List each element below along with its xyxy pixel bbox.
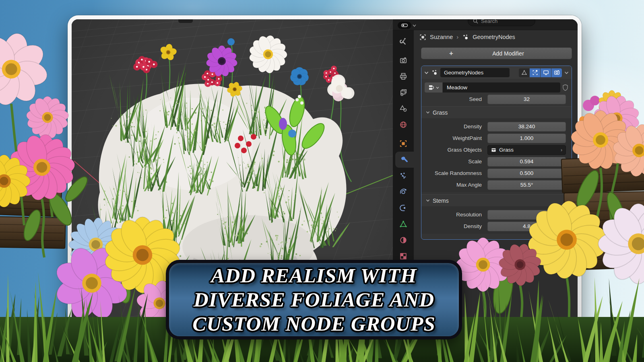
toggle-realtime-display[interactable] xyxy=(541,68,551,77)
on-cage-icon xyxy=(521,70,527,76)
grass-section-body: Density 38.240 WeightPaint 1.000 Grass O… xyxy=(421,118,572,192)
output-properties-icon xyxy=(399,72,407,80)
toggle-render-display[interactable] xyxy=(551,68,562,77)
search-icon xyxy=(473,19,478,24)
density-row: Density 38.240 xyxy=(421,121,566,132)
banner-line-3: CUSTOM NODE GROUPS xyxy=(192,312,436,336)
seed-row: Seed 32 xyxy=(421,94,566,104)
promo-image: Search xyxy=(0,0,644,362)
material-icon xyxy=(399,236,407,244)
breadcrumb-modifier[interactable]: GeometryNodes xyxy=(473,34,515,40)
seed-label: Seed xyxy=(421,96,482,102)
scale-randomness-value-slider[interactable]: 0.500 xyxy=(487,169,566,178)
tab-view-layer[interactable] xyxy=(393,84,414,101)
breadcrumb-object[interactable]: Suzanne xyxy=(430,34,453,40)
scale-value-slider[interactable]: 0.594 xyxy=(487,157,566,167)
search-placeholder: Search xyxy=(481,19,497,24)
banner-line-2: DIVERSE FOLIAGE AND xyxy=(194,288,434,312)
modifier-header[interactable]: GeometryNodes xyxy=(421,66,572,79)
modifier-extras-chevron-icon[interactable] xyxy=(564,71,569,74)
tab-object-data[interactable] xyxy=(393,216,414,232)
plus-icon: + xyxy=(449,50,453,57)
tab-constraints[interactable] xyxy=(393,200,414,216)
node-tree-icon xyxy=(428,84,435,90)
modifier-display-toggles xyxy=(519,68,562,77)
geometry-nodes-icon xyxy=(431,69,438,76)
physics-icon xyxy=(399,188,407,196)
collection-icon xyxy=(491,148,496,152)
modifier-name-field[interactable]: GeometryNodes xyxy=(440,68,510,77)
properties-header: Search xyxy=(393,19,578,30)
add-modifier-button[interactable]: + Add Modifier xyxy=(421,47,572,59)
tab-particles[interactable] xyxy=(393,168,414,184)
edit-mode-icon xyxy=(532,70,538,76)
search-input[interactable]: Search xyxy=(468,19,535,26)
chevron-right-icon: › xyxy=(561,147,562,153)
chevron-down-icon xyxy=(426,199,430,202)
constraints-icon xyxy=(399,204,407,212)
view-layer-icon xyxy=(399,88,407,97)
fake-user-shield-icon[interactable] xyxy=(562,84,568,91)
tab-modifiers[interactable] xyxy=(395,152,414,168)
tab-material[interactable] xyxy=(393,232,414,248)
grass-objects-collection-field[interactable]: Grass › xyxy=(487,145,566,155)
breadcrumb: Suzanne › GeometryNodes xyxy=(414,30,578,44)
banner-line-1: ADD REALISM WITH xyxy=(211,263,417,288)
chevron-down-icon xyxy=(413,24,416,27)
grass-objects-row: Grass Objects Grass › xyxy=(421,145,566,155)
render-properties-icon xyxy=(399,56,407,64)
world-properties-icon xyxy=(399,121,407,129)
properties-editor-icon xyxy=(398,22,411,29)
tab-world[interactable] xyxy=(393,117,414,133)
max-angle-value-slider[interactable]: 55.5° xyxy=(487,180,566,190)
object-properties-icon xyxy=(399,140,407,148)
resolution-value-slider[interactable] xyxy=(487,210,566,220)
geometry-nodes-icon xyxy=(462,34,469,41)
node-group-name-field[interactable]: Meadow xyxy=(443,82,560,93)
density-value-slider[interactable]: 38.240 xyxy=(487,122,566,132)
tab-scene[interactable] xyxy=(393,101,414,117)
tab-render[interactable] xyxy=(393,52,414,68)
weightpaint-value-slider[interactable]: 1.000 xyxy=(487,134,566,143)
object-data-icon xyxy=(399,220,407,228)
node-group-browse-button[interactable] xyxy=(425,82,442,93)
grass-section-header[interactable]: Grass xyxy=(421,106,572,118)
monitor-icon xyxy=(543,70,549,76)
scale-row: Scale 0.594 xyxy=(421,156,566,167)
weightpaint-row: WeightPaint 1.000 xyxy=(421,133,566,143)
object-icon xyxy=(419,34,426,41)
node-group-row: Meadow xyxy=(425,82,568,93)
scene-properties-icon xyxy=(399,105,407,113)
stems-section-body: Resolution Density 4.8 xyxy=(421,206,572,234)
caption-banner: ADD REALISM WITH DIVERSE FOLIAGE AND CUS… xyxy=(166,260,462,339)
modifiers-wrench-icon xyxy=(400,156,409,164)
chevron-down-icon xyxy=(426,111,430,114)
tab-output[interactable] xyxy=(393,68,414,84)
expand-chevron-icon[interactable] xyxy=(424,71,429,74)
camera-icon xyxy=(554,70,560,76)
stems-density-row: Density 4.8 xyxy=(421,221,566,231)
seed-value-slider[interactable]: 32 xyxy=(487,95,566,104)
stems-section-header[interactable]: Stems xyxy=(421,194,572,206)
texture-icon xyxy=(399,252,407,260)
scale-randomness-row: Scale Randomness 0.500 xyxy=(421,168,566,178)
particles-icon xyxy=(399,172,407,180)
viewport-header-remnant xyxy=(178,19,193,23)
editor-type-button[interactable] xyxy=(398,22,416,29)
modifier-panel-geometrynodes: GeometryNodes xyxy=(421,66,572,240)
tab-tool[interactable] xyxy=(393,33,414,49)
stems-density-value-slider[interactable]: 4.8 xyxy=(487,222,566,231)
tool-icon xyxy=(399,37,407,45)
tab-object[interactable] xyxy=(393,136,414,152)
add-modifier-row: + Add Modifier xyxy=(414,44,578,61)
toggle-edit-mode[interactable] xyxy=(530,68,540,77)
tab-physics[interactable] xyxy=(393,184,414,200)
add-modifier-label: Add Modifier xyxy=(492,50,524,57)
max-angle-row: Max Angle 55.5° xyxy=(421,180,566,190)
breadcrumb-separator: › xyxy=(456,33,458,40)
toggle-on-cage[interactable] xyxy=(519,68,529,77)
resolution-row: Resolution xyxy=(421,210,566,220)
chevron-down-icon xyxy=(436,86,439,89)
